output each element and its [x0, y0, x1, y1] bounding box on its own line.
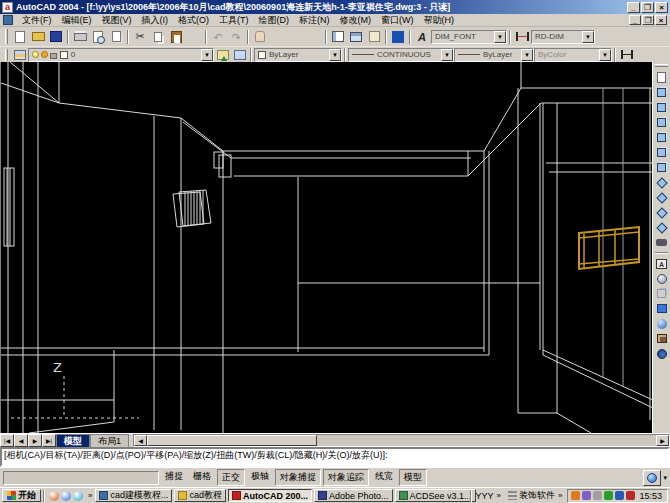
render-button[interactable] — [654, 301, 670, 316]
view-se-isometric-button[interactable] — [654, 190, 670, 205]
publish-button[interactable] — [107, 29, 125, 45]
doc-close-button[interactable]: × — [655, 15, 667, 25]
layers-button[interactable] — [11, 48, 28, 62]
match-properties-button[interactable] — [185, 29, 203, 45]
designcenter-button[interactable] — [347, 29, 365, 45]
tray-icon-4[interactable] — [604, 491, 613, 500]
menu-item-t[interactable]: 工具(T) — [214, 14, 254, 27]
layer-previous-button[interactable] — [231, 48, 248, 62]
tray-icon-1[interactable] — [571, 491, 580, 500]
task-button[interactable]: ACDSee v3.1... — [395, 489, 476, 502]
menu-item-e[interactable]: 编辑(E) — [57, 14, 97, 27]
tab-nav-0[interactable]: |◀ — [0, 434, 14, 447]
camera-button[interactable] — [654, 235, 670, 250]
view-top-button[interactable] — [654, 85, 670, 100]
scroll-left-icon[interactable]: ◀ — [134, 435, 147, 446]
preview-button[interactable] — [89, 29, 107, 45]
close-button[interactable]: × — [655, 2, 668, 13]
make-object-layer-current-button[interactable] — [214, 48, 231, 62]
status-tray-arrow-icon[interactable]: ▾ — [663, 474, 667, 482]
toggle-线宽[interactable]: 线宽 — [371, 469, 397, 486]
quicklaunch-acdsee-icon[interactable] — [49, 491, 59, 501]
undo-button[interactable]: ↶ — [209, 29, 227, 45]
markup-button[interactable] — [365, 29, 383, 45]
view-right-button[interactable] — [654, 130, 670, 145]
open-button[interactable] — [29, 29, 47, 45]
properties-button[interactable] — [329, 29, 347, 45]
toolbar-grip[interactable] — [655, 64, 669, 67]
chevron-down-icon[interactable]: ▼ — [582, 31, 594, 43]
taskbar-toolbar-YYY[interactable]: YYY» — [474, 489, 504, 502]
toolbar-grip[interactable] — [5, 49, 8, 61]
restore-button[interactable]: ❐ — [641, 2, 654, 13]
dim-style-combo[interactable]: RD-DIM ▼ — [531, 30, 595, 44]
toggle-栅格[interactable]: 栅格 — [189, 469, 215, 486]
task-button[interactable]: cad建模教程... — [95, 489, 172, 502]
menu-item-h[interactable]: 帮助(H) — [419, 14, 460, 27]
toggle-对象追踪[interactable]: 对象追踪 — [323, 469, 369, 486]
color-combo[interactable]: ByLayer ▼ — [254, 48, 342, 62]
horizontal-scrollbar[interactable]: ◀▶ — [133, 434, 670, 447]
view-front-button[interactable] — [654, 145, 670, 160]
zoom-realtime-button[interactable] — [269, 29, 287, 45]
taskbar-toolbar-装饰软件[interactable]: 装饰软件» — [506, 489, 565, 502]
chevron-down-icon[interactable]: ▼ — [599, 49, 611, 61]
menu-item-w[interactable]: 窗口(W) — [376, 14, 419, 27]
tab-nav-1[interactable]: ◀ — [14, 434, 28, 447]
help-button[interactable] — [389, 29, 407, 45]
linetype-combo[interactable]: CONTINUOUS ▼ — [348, 48, 454, 62]
mapping-button[interactable] — [654, 331, 670, 346]
tray-icon-3[interactable] — [593, 491, 602, 500]
hide-button[interactable] — [654, 286, 670, 301]
tab-nav-2[interactable]: ▶ — [28, 434, 42, 447]
lineweight-combo[interactable]: ByLayer ▼ — [454, 48, 534, 62]
pan-button[interactable] — [251, 29, 269, 45]
scenes-button[interactable] — [654, 271, 670, 286]
doc-restore-button[interactable]: ❐ — [642, 15, 654, 25]
render-preferences-button[interactable]: A — [654, 256, 670, 271]
paste-button[interactable] — [167, 29, 185, 45]
tab-nav-3[interactable]: ▶| — [42, 434, 56, 447]
task-button[interactable]: Adobe Photo... — [314, 489, 393, 502]
tray-icon-5[interactable] — [615, 491, 624, 500]
menu-item-f[interactable]: 文件(F) — [17, 14, 57, 27]
communication-center-button[interactable] — [643, 470, 661, 486]
quicklaunch-browser-icon[interactable] — [61, 491, 71, 501]
tray-icon-2[interactable] — [582, 491, 591, 500]
materials-button[interactable] — [654, 316, 670, 331]
layer-combo[interactable]: 0 ▼ — [28, 48, 214, 62]
scrollbar-thumb[interactable] — [147, 435, 317, 446]
background-button[interactable] — [654, 346, 670, 361]
menu-item-v[interactable]: 视图(V) — [97, 14, 137, 27]
drawing-canvas[interactable]: Z — [0, 62, 652, 433]
zoom-window-button[interactable] — [287, 29, 305, 45]
view-left-button[interactable] — [654, 115, 670, 130]
view-sw-isometric-button[interactable] — [654, 175, 670, 190]
toggle-对象捕捉[interactable]: 对象捕捉 — [275, 469, 321, 486]
view-nw-isometric-button[interactable] — [654, 220, 670, 235]
menu-item-m[interactable]: 修改(M) — [335, 14, 377, 27]
scroll-right-icon[interactable]: ▶ — [656, 435, 669, 446]
dimension-toolbar-fragment[interactable] — [618, 48, 635, 62]
menu-item-n[interactable]: 标注(N) — [294, 14, 335, 27]
toggle-捕捉[interactable]: 捕捉 — [161, 469, 187, 486]
copy-button[interactable] — [149, 29, 167, 45]
text-style-combo[interactable]: DIM_FONT ▼ — [431, 30, 507, 44]
task-button[interactable]: cad教程 — [174, 489, 226, 502]
cut-button[interactable]: ✂ — [131, 29, 149, 45]
tab-模型[interactable]: 模型 — [56, 434, 90, 447]
toggle-极轴[interactable]: 极轴 — [247, 469, 273, 486]
minimize-button[interactable]: _ — [627, 2, 640, 13]
save-button[interactable] — [47, 29, 65, 45]
chevron-down-icon[interactable]: ▼ — [441, 49, 453, 61]
chevron-icon[interactable]: » — [557, 491, 563, 500]
chevron-down-icon[interactable]: ▼ — [521, 49, 533, 61]
chevron-down-icon[interactable]: ▼ — [329, 49, 341, 61]
menu-item-o[interactable]: 格式(O) — [173, 14, 214, 27]
view-bottom-button[interactable] — [654, 100, 670, 115]
menu-item-d[interactable]: 绘图(D) — [254, 14, 295, 27]
toggle-模型[interactable]: 模型 — [399, 469, 427, 486]
command-window[interactable]: [相机(CA)/目标(TA)/距离(D)/点(PO)/平移(PA)/缩放(Z)/… — [0, 447, 670, 467]
chevron-icon[interactable]: » — [496, 491, 502, 500]
view-back-button[interactable] — [654, 160, 670, 175]
